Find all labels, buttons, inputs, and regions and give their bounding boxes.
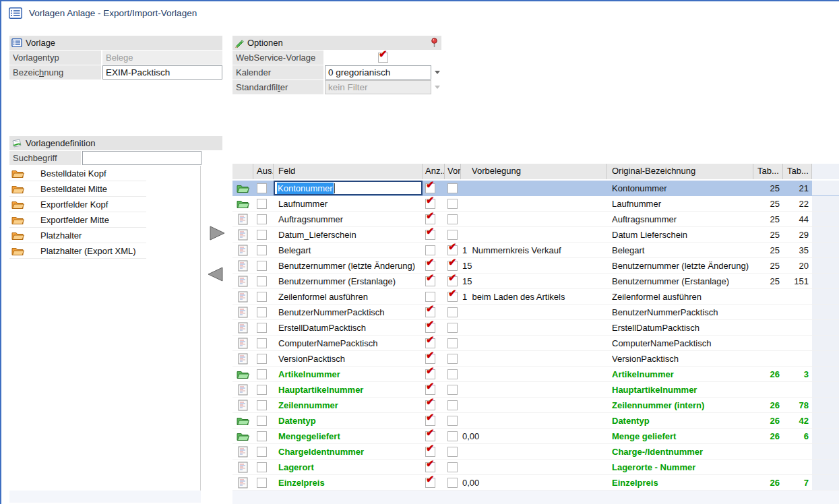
- feld-cell[interactable]: Benutzernummer (Erstanlage): [274, 274, 423, 288]
- webservice-checkbox[interactable]: [378, 53, 388, 63]
- vor-checkbox-cell[interactable]: [445, 336, 461, 350]
- vor-checkbox[interactable]: [447, 323, 458, 333]
- aus-checkbox-cell[interactable]: [253, 460, 274, 474]
- anz-checkbox[interactable]: [425, 416, 435, 426]
- aus-checkbox-cell[interactable]: [253, 367, 274, 381]
- table-row[interactable]: Datentyp Datentyp 26 42: [232, 413, 839, 429]
- feld-cell[interactable]: Artikelnummer: [274, 367, 423, 381]
- anz-checkbox-cell[interactable]: [423, 305, 445, 319]
- vor-checkbox-cell[interactable]: [445, 305, 461, 319]
- vor-checkbox-cell[interactable]: [445, 212, 461, 226]
- column-header-icon[interactable]: [232, 164, 253, 179]
- anz-checkbox-cell[interactable]: [423, 429, 445, 443]
- feld-cell[interactable]: Auftragsnummer: [274, 212, 423, 226]
- kalender-value[interactable]: 0 gregorianisch: [325, 65, 431, 80]
- bezeichnung-input[interactable]: [102, 65, 222, 80]
- aus-checkbox-cell[interactable]: [253, 227, 274, 242]
- feld-cell[interactable]: Datentyp: [274, 413, 423, 428]
- vor-checkbox-cell[interactable]: [445, 258, 461, 273]
- feld-cell[interactable]: Hauptartikelnummer: [274, 382, 423, 397]
- folder-list-item[interactable]: Exportfelder Kopf: [9, 197, 200, 212]
- column-header-vor[interactable]: Vor...: [445, 164, 461, 179]
- table-row[interactable]: BenutzerNummerPacktisch BenutzerNummerPa…: [232, 305, 839, 320]
- vor-checkbox-cell[interactable]: [445, 444, 461, 459]
- anz-checkbox[interactable]: [425, 292, 435, 302]
- aus-checkbox[interactable]: [257, 323, 267, 333]
- anz-checkbox-cell[interactable]: [423, 336, 445, 350]
- anz-checkbox-cell[interactable]: [423, 444, 445, 459]
- aus-checkbox[interactable]: [257, 183, 267, 193]
- vor-checkbox-cell[interactable]: [445, 351, 461, 366]
- anz-checkbox[interactable]: [425, 385, 435, 395]
- anz-checkbox-cell[interactable]: [423, 398, 445, 412]
- kalender-dropdown-arrow[interactable]: [432, 65, 443, 80]
- feld-cell[interactable]: ComputerNamePacktisch: [274, 336, 423, 350]
- vor-checkbox-cell[interactable]: [445, 243, 461, 257]
- suchbegriff-input[interactable]: [82, 151, 201, 165]
- column-header-aus[interactable]: Aus...: [253, 164, 274, 179]
- aus-checkbox-cell[interactable]: [253, 274, 274, 288]
- table-row[interactable]: Auftragsnummer Auftragsnummer 25 44: [232, 212, 839, 227]
- folder-list-item[interactable]: Bestelldatei Kopf: [9, 166, 200, 181]
- table-row[interactable]: ComputerNamePacktisch ComputerNamePackti…: [232, 336, 839, 351]
- vor-checkbox[interactable]: [447, 214, 458, 224]
- column-header-tab2[interactable]: Tab...: [783, 164, 812, 179]
- feld-cell[interactable]: Kontonummer Kontonummer: [274, 181, 423, 195]
- aus-checkbox-cell[interactable]: [253, 444, 274, 459]
- vor-checkbox-cell[interactable]: [445, 367, 461, 381]
- table-row[interactable]: VersionPacktisch VersionPacktisch: [232, 351, 839, 367]
- feld-cell[interactable]: Laufnummer: [274, 196, 423, 211]
- aus-checkbox-cell[interactable]: [253, 475, 274, 490]
- aus-checkbox[interactable]: [257, 385, 267, 395]
- anz-checkbox-cell[interactable]: [423, 367, 445, 381]
- anz-checkbox[interactable]: [425, 354, 435, 364]
- vor-checkbox-cell[interactable]: [445, 413, 461, 428]
- feld-cell[interactable]: ErstellDatumPacktisch: [274, 320, 423, 335]
- vor-checkbox-cell[interactable]: [445, 274, 461, 288]
- table-row[interactable]: Hauptartikelnummer Hauptartikelnummer: [232, 382, 839, 398]
- aus-checkbox-cell[interactable]: [253, 196, 274, 211]
- anz-checkbox-cell[interactable]: [423, 289, 445, 304]
- anz-checkbox[interactable]: [425, 199, 435, 209]
- folder-list-item[interactable]: Platzhalter (Export XML): [9, 243, 200, 259]
- table-row[interactable]: Zeilenformel ausführen 1 beim Laden des …: [232, 289, 839, 305]
- anz-checkbox-cell[interactable]: [423, 196, 445, 211]
- anz-checkbox[interactable]: [425, 245, 435, 255]
- feld-edit-input[interactable]: Kontonummer: [274, 181, 423, 195]
- anz-checkbox-cell[interactable]: [423, 243, 445, 257]
- aus-checkbox[interactable]: [257, 199, 267, 209]
- anz-checkbox-cell[interactable]: [423, 382, 445, 397]
- table-row[interactable]: Laufnummer Laufnummer 25 22: [232, 196, 839, 212]
- table-row[interactable]: Lagerort Lagerorte - Nummer: [232, 460, 839, 475]
- feld-cell[interactable]: Datum_Lieferschein: [274, 227, 423, 242]
- vor-checkbox[interactable]: [447, 245, 458, 255]
- table-row[interactable]: Belegart 1 Nummernkreis Verkauf Belegart…: [232, 243, 839, 258]
- vor-checkbox-cell[interactable]: [445, 227, 461, 242]
- aus-checkbox-cell[interactable]: [253, 181, 274, 195]
- table-row[interactable]: Zeilennummer Zeilennummer (intern) 26 78: [232, 398, 839, 413]
- anz-checkbox[interactable]: [425, 369, 435, 379]
- feld-cell[interactable]: BenutzerNummerPacktisch: [274, 305, 423, 319]
- anz-checkbox[interactable]: [425, 261, 435, 271]
- table-row[interactable]: Benutzernummer (Erstanlage) 15 Benutzern…: [232, 274, 839, 289]
- aus-checkbox-cell[interactable]: [253, 413, 274, 428]
- anz-checkbox[interactable]: [425, 323, 435, 333]
- vor-checkbox-cell[interactable]: [445, 429, 461, 443]
- vor-checkbox-cell[interactable]: [445, 398, 461, 412]
- anz-checkbox-cell[interactable]: [423, 460, 445, 474]
- anz-checkbox[interactable]: [425, 307, 435, 317]
- anz-checkbox[interactable]: [425, 431, 435, 441]
- column-header-orig[interactable]: Original-Bezeichnung: [607, 164, 753, 179]
- vor-checkbox-cell[interactable]: [445, 475, 461, 490]
- move-right-button[interactable]: [208, 225, 226, 241]
- aus-checkbox[interactable]: [257, 261, 267, 271]
- feld-cell[interactable]: VersionPacktisch: [274, 351, 423, 366]
- vor-checkbox[interactable]: [447, 447, 458, 457]
- aus-checkbox[interactable]: [257, 276, 267, 286]
- anz-checkbox-cell[interactable]: [423, 258, 445, 273]
- aus-checkbox[interactable]: [257, 400, 267, 410]
- vor-checkbox[interactable]: [447, 292, 458, 302]
- pin-icon[interactable]: [431, 38, 438, 48]
- vor-checkbox[interactable]: [447, 338, 458, 348]
- table-row[interactable]: Benutzernummer (letzte Änderung) 15 Benu…: [232, 258, 839, 274]
